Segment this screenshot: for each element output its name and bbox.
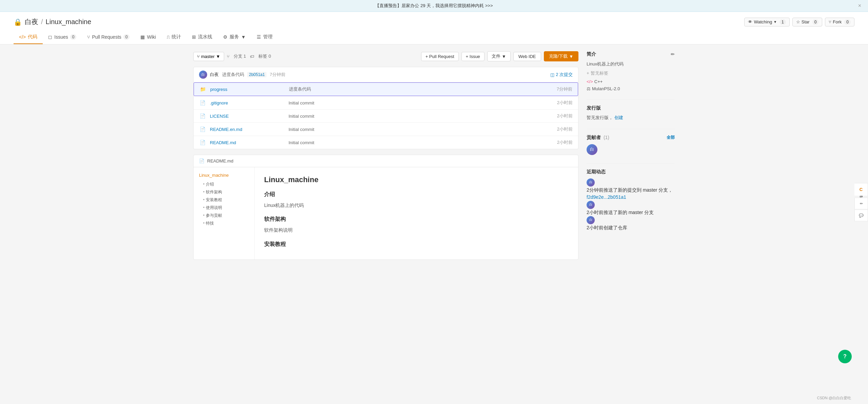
license-label: MulanPSL-2.0 xyxy=(592,86,620,91)
float-chat-icon: 💬 xyxy=(859,213,864,217)
file-message-progress: 进度条代码 xyxy=(289,86,534,92)
file-icon-license: 📄 xyxy=(199,113,206,119)
lang-icon: </> xyxy=(587,79,593,84)
eye-icon: 👁 xyxy=(748,19,752,24)
sidebar-divider-2 xyxy=(587,129,675,129)
tab-wiki-label: Wiki xyxy=(147,34,156,40)
toc-item-arch[interactable]: 软件架构 xyxy=(199,188,249,196)
tab-issues[interactable]: ◻ Issues 0 xyxy=(43,31,82,44)
file-name-readme-en: README.en.md xyxy=(210,127,284,132)
file-row-readme[interactable]: 📄 README.md Initial commit 2小时前 xyxy=(194,136,578,149)
toc-item-intro[interactable]: 介绍 xyxy=(199,180,249,188)
file-table: 📁 progress 进度条代码 7分钟前 📄 .gitignore Initi… xyxy=(193,82,578,149)
tab-wiki[interactable]: ▦ Wiki xyxy=(135,31,161,44)
activity-avatar-2: 白 xyxy=(587,201,595,209)
branch-select[interactable]: ⑂ master ▼ xyxy=(193,52,224,61)
tab-manage[interactable]: ☰ 管理 xyxy=(251,31,278,44)
activity-avatar-3: 白 xyxy=(587,216,595,224)
star-button[interactable]: ☆ Star 0 xyxy=(792,18,823,26)
sidebar-contributors-title: 贡献者 (1) 全部 xyxy=(587,135,675,141)
tab-manage-label: 管理 xyxy=(263,34,273,40)
file-button[interactable]: 文件 ▼ xyxy=(487,51,511,61)
no-tag-label: 暂无标签 xyxy=(591,70,608,76)
sidebar-contributors-section: 贡献者 (1) 全部 白 xyxy=(587,135,675,155)
contributor-avatar[interactable]: 白 xyxy=(587,144,597,155)
float-edit-button[interactable]: ✏ xyxy=(854,197,868,209)
toc-item-usage[interactable]: 使用说明 xyxy=(199,204,249,212)
tab-services[interactable]: ⚙ 服务 ▼ xyxy=(218,31,251,44)
separator: / xyxy=(41,18,43,26)
file-message-readme-en: Initial commit xyxy=(289,127,535,132)
repo-name[interactable]: Linux_machine xyxy=(46,18,92,26)
tab-pullrequests[interactable]: ⑂ Pull Requests 0 xyxy=(82,31,135,44)
commit-hash[interactable]: 2b051a1 xyxy=(247,72,267,77)
folder-icon: 📁 xyxy=(199,86,206,92)
readme-arch-heading: 软件架构 xyxy=(264,216,569,223)
commit-bar: 白 白夜 进度条代码 2b051a1 7分钟前 ◫ 2 次提交 xyxy=(193,67,578,82)
file-row-gitignore[interactable]: 📄 .gitignore Initial commit 2小时前 xyxy=(194,96,578,109)
commit-count[interactable]: ◫ 2 次提交 xyxy=(550,72,573,78)
star-icon: ☆ xyxy=(796,19,800,24)
file-time-license: 2小时前 xyxy=(539,113,573,119)
activity-avatar-1: 白 xyxy=(587,178,595,187)
file-button-label: 文件 xyxy=(492,53,500,59)
create-release-link[interactable]: 创建 xyxy=(614,115,623,120)
webide-button[interactable]: Web IDE xyxy=(513,52,541,61)
watching-count: 1 xyxy=(780,19,786,25)
tab-code-label: 代码 xyxy=(28,34,37,40)
sidebar-release-section: 发行版 暂无发行版， 创建 xyxy=(587,105,675,121)
toc-item-contrib[interactable]: 参与贡献 xyxy=(199,212,249,219)
file-dropdown-icon: ▼ xyxy=(502,54,506,59)
toc-item-tricks[interactable]: 特技 xyxy=(199,219,249,227)
lock-icon: 🔒 xyxy=(14,18,22,26)
activity-item-1: 白 2分钟前推送了新的提交到 master 分支，f2d9e2e...2b051… xyxy=(587,178,675,201)
float-chat-button[interactable]: 💬 xyxy=(854,209,868,221)
main-content: ⑂ master ▼ ⑂ 分支 1 🏷 标签 0 + Pull Request … xyxy=(180,44,688,267)
tab-code[interactable]: </> 代码 xyxy=(14,31,43,44)
file-icon-readme-en: 📄 xyxy=(199,127,206,132)
file-row-license[interactable]: 📄 LICENSE Initial commit 2小时前 xyxy=(194,109,578,122)
file-name-progress: progress xyxy=(210,87,285,92)
top-banner: 【直播预告】居家办公 29 天，我选择用它摆脱精神内耗 >>> × xyxy=(0,0,868,12)
readme-install-heading: 安装教程 xyxy=(264,241,569,248)
intro-edit-icon[interactable]: ✏ xyxy=(671,52,675,57)
add-tag-icon[interactable]: + xyxy=(587,71,589,76)
fork-button[interactable]: ⑂ Fork 0 xyxy=(825,18,854,26)
readme-arch-text: 软件架构说明 xyxy=(264,226,569,234)
c-icon: C xyxy=(860,187,863,192)
branches-count: 分支 1 xyxy=(234,53,246,59)
star-label: Star xyxy=(802,19,810,24)
file-row-readme-en[interactable]: 📄 README.en.md Initial commit 2小时前 xyxy=(194,122,578,136)
tab-pipeline[interactable]: ⊞ 流水线 xyxy=(186,31,218,44)
file-row-progress[interactable]: 📁 progress 进度条代码 7分钟前 xyxy=(194,82,578,96)
branch-name: master xyxy=(201,54,215,59)
lang-label: C++ xyxy=(594,79,603,84)
activity-text-3: 2小时前创建了仓库 xyxy=(587,224,675,231)
intro-title-label: 简介 xyxy=(587,51,596,57)
contributors-label: 贡献者 (1) xyxy=(587,135,609,141)
repo-toolbar: ⑂ master ▼ ⑂ 分支 1 🏷 标签 0 + Pull Request … xyxy=(193,51,578,61)
repo-owner[interactable]: 白夜 xyxy=(25,17,38,26)
services-icon: ⚙ xyxy=(223,34,228,40)
commit-count-icon: ◫ xyxy=(550,72,554,77)
commit-author[interactable]: 白夜 xyxy=(210,72,219,77)
watching-button[interactable]: 👁 Watching ▼ 1 xyxy=(744,18,789,26)
c-notes-button[interactable]: C 笔记 xyxy=(854,183,868,196)
file-message-gitignore: Initial commit xyxy=(289,100,535,105)
plus-pr-button[interactable]: + Pull Request xyxy=(421,52,459,61)
sidebar-divider-1 xyxy=(587,99,675,100)
plus-issue-button[interactable]: + Issue xyxy=(461,52,485,61)
issues-badge: 0 xyxy=(70,34,77,40)
activity-text-2: 2小时前推送了新的 master 分支 xyxy=(587,209,675,216)
tab-stats[interactable]: ⎍ 统计 xyxy=(161,31,186,44)
tab-stats-label: 统计 xyxy=(172,34,181,40)
clone-button[interactable]: 克隆/下载 ▼ xyxy=(544,51,579,61)
banner-close-button[interactable]: × xyxy=(858,3,861,9)
contributors-all-link[interactable]: 全部 xyxy=(667,135,675,140)
activity-link-1[interactable]: f2d9e2e...2b051a1 xyxy=(587,194,626,200)
pr-icon: ⑂ xyxy=(87,34,90,40)
toc-item-install[interactable]: 安装教程 xyxy=(199,196,249,204)
file-time-readme-en: 2小时前 xyxy=(539,126,573,132)
activity-item-3: 白 2小时前创建了仓库 xyxy=(587,216,675,231)
toolbar-right: + Pull Request + Issue 文件 ▼ Web IDE 克隆/下… xyxy=(421,51,578,61)
